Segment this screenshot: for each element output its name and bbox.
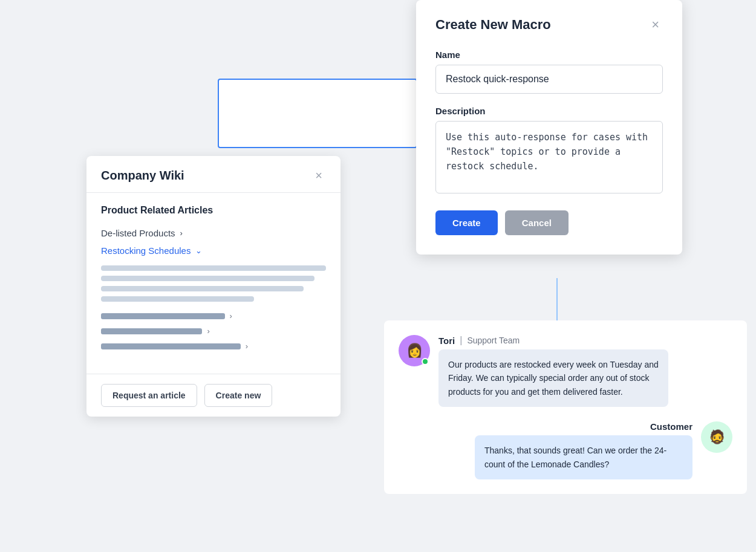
- wiki-link-bar-1: [101, 313, 225, 319]
- agent-separator: |: [460, 335, 462, 346]
- agent-avatar-emoji: 👩: [406, 343, 423, 359]
- wiki-article-restocking[interactable]: Restocking Schedules ⌄: [101, 245, 326, 256]
- wiki-link-row-1[interactable]: ›: [101, 311, 326, 320]
- customer-label: Customer: [475, 421, 692, 432]
- cancel-macro-button[interactable]: Cancel: [505, 210, 569, 235]
- wiki-link-bar-3: [101, 343, 241, 349]
- placeholder-line-1: [101, 265, 326, 271]
- wiki-section-title: Product Related Articles: [101, 205, 326, 216]
- macro-modal: Create New Macro × Name Description Use …: [416, 0, 682, 255]
- customer-bubble: Thanks, that sounds great! Can we order …: [475, 435, 692, 479]
- background-blue-box: [218, 79, 417, 148]
- agent-online-indicator: [422, 358, 429, 365]
- chat-area: 👩 Tori | Support Team Our products are r…: [384, 320, 747, 494]
- modal-actions: Create Cancel: [435, 210, 663, 235]
- placeholder-line-4: [101, 296, 254, 302]
- wiki-article-delisted-label: De-listed Products: [101, 228, 175, 238]
- create-new-button[interactable]: Create new: [204, 384, 273, 407]
- customer-avatar: 🧔: [701, 421, 732, 453]
- arrow-right-icon-2: ›: [207, 326, 209, 336]
- agent-content: Tori | Support Team Our products are res…: [438, 335, 668, 407]
- wiki-link-items: › › ›: [101, 311, 326, 351]
- wiki-body: Product Related Articles De-listed Produ…: [86, 193, 341, 371]
- wiki-article-delisted[interactable]: De-listed Products ›: [101, 228, 326, 238]
- wiki-close-button[interactable]: ×: [311, 168, 326, 183]
- agent-bubble: Our products are restocked every week on…: [438, 349, 668, 407]
- wiki-footer: Request an article Create new: [86, 374, 341, 417]
- request-article-button[interactable]: Request an article: [101, 384, 197, 407]
- customer-content: Customer Thanks, that sounds great! Can …: [475, 421, 692, 479]
- wiki-title: Company Wiki: [101, 169, 184, 183]
- name-label: Name: [435, 50, 663, 60]
- agent-team: Support Team: [467, 336, 520, 345]
- wiki-header: Company Wiki ×: [86, 156, 341, 193]
- agent-name: Tori: [438, 336, 455, 346]
- placeholder-line-3: [101, 286, 304, 291]
- placeholder-line-2: [101, 276, 314, 281]
- chevron-down-icon: ⌄: [195, 246, 202, 255]
- create-macro-button[interactable]: Create: [435, 210, 498, 235]
- wiki-article-restocking-label: Restocking Schedules: [101, 245, 191, 256]
- description-label: Description: [435, 106, 663, 116]
- customer-message: Customer Thanks, that sounds great! Can …: [399, 421, 732, 479]
- agent-message: 👩 Tori | Support Team Our products are r…: [399, 335, 732, 407]
- modal-header: Create New Macro ×: [435, 17, 663, 33]
- arrow-right-icon-1: ›: [230, 311, 232, 320]
- wiki-link-bar-2: [101, 328, 202, 334]
- modal-title: Create New Macro: [435, 17, 551, 33]
- macro-name-input[interactable]: [435, 65, 663, 94]
- macro-description-textarea[interactable]: Use this auto-response for cases with "R…: [435, 121, 663, 193]
- wiki-link-row-2[interactable]: ›: [101, 326, 326, 336]
- modal-close-button[interactable]: ×: [648, 17, 663, 33]
- chevron-right-icon: ›: [180, 229, 183, 238]
- wiki-content-placeholder: [101, 265, 326, 302]
- wiki-panel: Company Wiki × Product Related Articles …: [86, 156, 341, 417]
- agent-avatar-wrap: 👩: [399, 335, 430, 366]
- agent-name-row: Tori | Support Team: [438, 335, 668, 346]
- customer-avatar-emoji: 🧔: [709, 429, 725, 445]
- arrow-right-icon-3: ›: [246, 342, 248, 351]
- wiki-link-row-3[interactable]: ›: [101, 342, 326, 351]
